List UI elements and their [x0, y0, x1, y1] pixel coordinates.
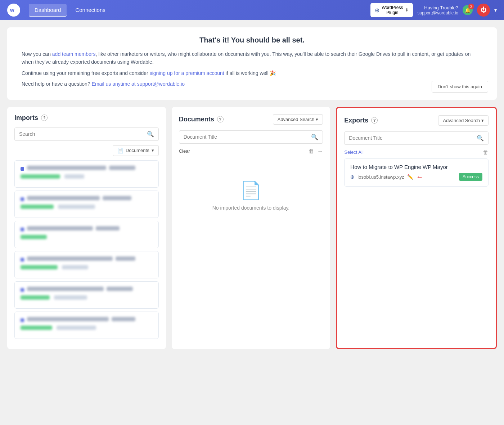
- documents-dropdown[interactable]: 📄 Documents ▾: [113, 145, 159, 156]
- banner-paragraph2: Continue using your remaining free expor…: [22, 69, 482, 77]
- exports-select-all-button[interactable]: Select All: [344, 149, 363, 155]
- exports-title: Exports ?: [344, 117, 378, 124]
- user-avatar-button[interactable]: ⏻: [477, 4, 490, 17]
- download-icon: ⬇: [405, 8, 409, 13]
- exports-delete-icon[interactable]: 🗑: [483, 149, 489, 156]
- wordpress-icon: ⊕: [375, 7, 379, 14]
- documents-search-icon[interactable]: 🔍: [311, 134, 318, 140]
- banner-paragraph3: Need help or have a question? Email us a…: [22, 80, 482, 88]
- docs-file-icon: 📄: [117, 148, 123, 153]
- welcome-banner: That's it! You should be all set. Now yo…: [7, 27, 497, 100]
- exports-panel: Exports ? Advanced Search ▾ 🔍 Select All…: [336, 107, 497, 349]
- imports-search-input[interactable]: [19, 131, 147, 137]
- exports-help-icon[interactable]: ?: [371, 117, 378, 124]
- exports-search-icon[interactable]: 🔍: [477, 135, 484, 142]
- import-item: [14, 251, 159, 278]
- nav-right: ⊕ WordPressPlugin ⬇ Having Trouble? supp…: [370, 3, 497, 18]
- documents-panel: Documents ? Advanced Search ▾ 🔍 Clear 🗑 …: [172, 107, 330, 349]
- import-item: [14, 160, 159, 188]
- documents-clear-button[interactable]: Clear: [179, 148, 190, 154]
- import-item: [14, 312, 159, 339]
- nav-connections[interactable]: Connections: [69, 4, 111, 17]
- dont-show-button[interactable]: Don't show this again: [432, 81, 488, 93]
- exports-advanced-search-button[interactable]: Advanced Search ▾: [438, 115, 489, 126]
- imports-search-icon[interactable]: 🔍: [147, 131, 154, 138]
- imports-panel: Imports ? 🔍 📄 Documents ▾: [7, 107, 166, 349]
- export-site-url: losobi.us5.instawp.xyz: [357, 174, 404, 180]
- import-item: [14, 281, 159, 309]
- arrow-indicator: ←: [416, 173, 423, 181]
- exports-header: Exports ? Advanced Search ▾: [344, 115, 489, 126]
- svg-text:w: w: [10, 7, 14, 13]
- app-logo: w: [7, 4, 20, 17]
- imports-header: Imports ?: [14, 114, 159, 122]
- adv-search-chevron: ▾: [316, 117, 318, 122]
- exports-search-input[interactable]: [349, 135, 477, 141]
- columns-container: Imports ? 🔍 📄 Documents ▾: [7, 107, 497, 349]
- export-item: How to Migrate to WP Engine WP Mayor ⊕ l…: [344, 158, 489, 187]
- documents-nav-icons: 🗑 →: [309, 148, 323, 155]
- imports-title: Imports ?: [14, 114, 48, 122]
- support-email: support@wordable.io: [417, 10, 458, 15]
- having-trouble-label: Having Trouble?: [417, 5, 458, 10]
- user-menu-chevron[interactable]: ▾: [494, 7, 497, 13]
- export-status-badge: Success: [459, 173, 482, 181]
- notification-badge: 2: [468, 4, 474, 9]
- email-support-link[interactable]: Email us anytime at support@wordable.io: [92, 81, 185, 87]
- documents-title: Documents ?: [179, 116, 224, 123]
- empty-document-icon: 📄: [240, 180, 262, 201]
- documents-advanced-search-button[interactable]: Advanced Search ▾: [273, 114, 323, 125]
- wp-plugin-label: WordPressPlugin: [382, 5, 403, 15]
- export-item-title: How to Migrate to WP Engine WP Mayor: [350, 164, 482, 170]
- imports-search-bar: 🔍: [14, 128, 159, 141]
- dropdown-chevron: ▾: [152, 148, 154, 153]
- item-color-tag: [21, 167, 24, 171]
- documents-empty-state: 📄 No imported documents to display.: [179, 159, 323, 232]
- add-team-members-link[interactable]: add team members: [52, 51, 96, 57]
- documents-search-bar: 🔍: [179, 130, 323, 144]
- banner-title: That's it! You should be all set.: [22, 36, 482, 44]
- banner-paragraph1: Now you can add team members, like other…: [22, 50, 482, 66]
- documents-help-icon[interactable]: ?: [217, 116, 224, 122]
- wordpress-plugin-button[interactable]: ⊕ WordPressPlugin ⬇: [370, 3, 413, 18]
- export-item-meta: ⊕ losobi.us5.instawp.xyz ✏️ ← Success: [350, 173, 482, 181]
- export-edit-icon[interactable]: ✏️: [407, 174, 413, 180]
- navbar: w Dashboard Connections ⊕ WordPressPlugi…: [0, 0, 504, 20]
- documents-search-input[interactable]: [184, 134, 311, 140]
- nav-dashboard[interactable]: Dashboard: [29, 4, 67, 17]
- documents-clear-row: Clear 🗑 →: [179, 148, 323, 155]
- nav-links: Dashboard Connections: [29, 4, 111, 17]
- help-section: Having Trouble? support@wordable.io: [417, 5, 458, 15]
- navigate-icon[interactable]: →: [317, 148, 323, 155]
- exports-select-all-row: Select All 🗑: [344, 149, 489, 156]
- notification-button[interactable]: 🔔 2: [463, 5, 473, 15]
- delete-icon[interactable]: 🗑: [309, 148, 314, 155]
- exports-adv-chevron: ▾: [481, 118, 484, 123]
- main-content: That's it! You should be all set. Now yo…: [0, 20, 504, 356]
- import-item: [14, 191, 159, 218]
- wp-site-icon: ⊕: [350, 174, 355, 180]
- imports-docs-filter: 📄 Documents ▾: [14, 145, 159, 156]
- imports-help-icon[interactable]: ?: [41, 115, 48, 121]
- exports-search-bar: 🔍: [344, 131, 489, 145]
- documents-header: Documents ? Advanced Search ▾: [179, 114, 323, 125]
- import-item: [14, 221, 159, 248]
- power-icon: ⏻: [481, 7, 486, 13]
- premium-account-link[interactable]: signing up for a premium account: [150, 70, 224, 76]
- documents-empty-message: No imported documents to display.: [212, 205, 290, 211]
